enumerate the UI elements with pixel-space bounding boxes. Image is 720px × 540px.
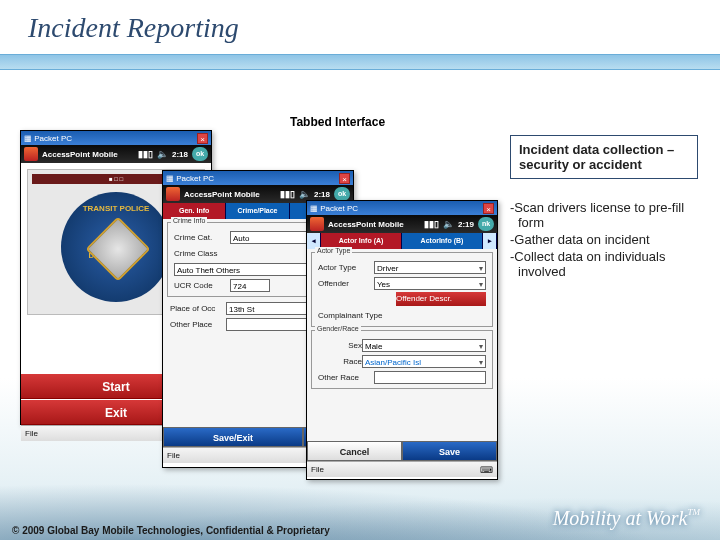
file-menu[interactable]: File [311,462,324,477]
window-icon: ▦ [166,174,174,183]
sex-field[interactable]: Male [362,339,486,352]
close-icon[interactable]: × [197,133,208,144]
clock: 2:18 [172,150,188,159]
complainant-label: Complainant Type [318,311,382,320]
offender-label: Offender [318,279,374,288]
callout-tabbed-interface: Tabbed Interface [290,115,385,129]
close-icon[interactable]: × [339,173,350,184]
signal-icon: ▮▮▯ [138,149,153,159]
actor-type-field[interactable]: Driver [374,261,486,274]
race-field[interactable]: Asian/Pacific Isl [362,355,486,368]
signal-icon: ▮▮▯ [424,219,439,229]
file-menu[interactable]: File [25,426,38,441]
offender-field[interactable]: Yes [374,277,486,290]
group-actor-type: Actor Type [315,247,352,254]
sound-icon: 🔈 [299,189,310,199]
bullet-item: Gather data on incident [510,232,698,247]
brand-logo: Mobility at WorkTM [553,507,700,530]
other-race-label: Other Race [318,373,374,382]
other-race-field[interactable] [374,371,486,384]
clock: 2:19 [458,220,474,229]
footer-copyright: © 2009 Global Bay Mobile Technologies, C… [12,525,330,536]
start-flag-icon[interactable] [310,217,324,231]
bullet-item: Collect data on individuals involved [510,249,698,279]
keyboard-icon[interactable]: ⌨ [480,462,493,477]
bullet-list: Scan drivers license to pre-fill form Ga… [510,200,698,281]
ucr-field[interactable]: 724 [230,279,270,292]
other-place-label: Other Place [170,320,226,329]
app-title: AccessPoint Mobile [328,220,404,229]
group-gender-race: Gender/Race [315,325,361,332]
tab-crime-place[interactable]: Crime/Place [226,203,289,219]
app-bar: AccessPoint Mobile ▮▮▯ 🔈 2:19 nk [307,215,497,233]
clock: 2:18 [314,190,330,199]
ok-button[interactable]: ok [192,147,208,161]
save-button[interactable]: Save [402,441,497,461]
app-bar: AccessPoint Mobile ▮▮▯ 🔈 2:18 ok [21,145,211,163]
title-underline [0,54,720,70]
start-flag-icon[interactable] [166,187,180,201]
save-exit-button[interactable]: Save/Exit [163,427,303,447]
offender-descr-button[interactable]: Offender Descr. [396,292,486,306]
badge-top-text: TRANSIT POLICE [61,204,171,213]
app-title: AccessPoint Mobile [42,150,118,159]
crime-cat-label: Crime Cat. [174,233,230,242]
ucr-label: UCR Code [174,281,230,290]
transit-police-badge: TRANSIT POLICE DEPARTMENT [61,192,171,302]
start-flag-icon[interactable] [24,147,38,161]
device-3: ▦ Packet PC × AccessPoint Mobile ▮▮▯ 🔈 2… [306,200,498,480]
window-titlebar: ▦ Packet PC × [163,171,353,185]
window-title: Packet PC [34,134,72,143]
window-title: Packet PC [320,204,358,213]
sound-icon: 🔈 [443,219,454,229]
place-label: Place of Occ [170,304,226,313]
actor-type-label: Actor Type [318,263,374,272]
close-icon[interactable]: × [483,203,494,214]
ok-button[interactable]: nk [478,217,494,231]
sound-icon: 🔈 [157,149,168,159]
summary-box: Incident data collection – security or a… [510,135,698,179]
signal-icon: ▮▮▯ [280,189,295,199]
group-crime-info: Crime Info [171,217,207,224]
cancel-button[interactable]: Cancel [307,441,402,461]
window-titlebar: ▦ Packet PC × [307,201,497,215]
window-titlebar: ▦ Packet PC × [21,131,211,145]
tab-actor-info-b[interactable]: ActorInfo (B) [402,233,483,249]
sex-label: Sex [318,341,362,350]
ok-button[interactable]: ok [334,187,350,201]
app-title: AccessPoint Mobile [184,190,260,199]
race-label: Race [318,357,362,366]
crime-class-label: Crime Class [174,249,230,258]
menubar: File ⌨ [307,461,497,477]
badge-bottom-text: DEPARTMENT [61,251,171,260]
window-icon: ▦ [310,204,318,213]
window-title: Packet PC [176,174,214,183]
page-title: Incident Reporting [28,12,239,44]
bullet-item: Scan drivers license to pre-fill form [510,200,698,230]
file-menu[interactable]: File [167,448,180,463]
window-icon: ▦ [24,134,32,143]
tab-scroll-right[interactable]: ▸ [483,233,497,249]
